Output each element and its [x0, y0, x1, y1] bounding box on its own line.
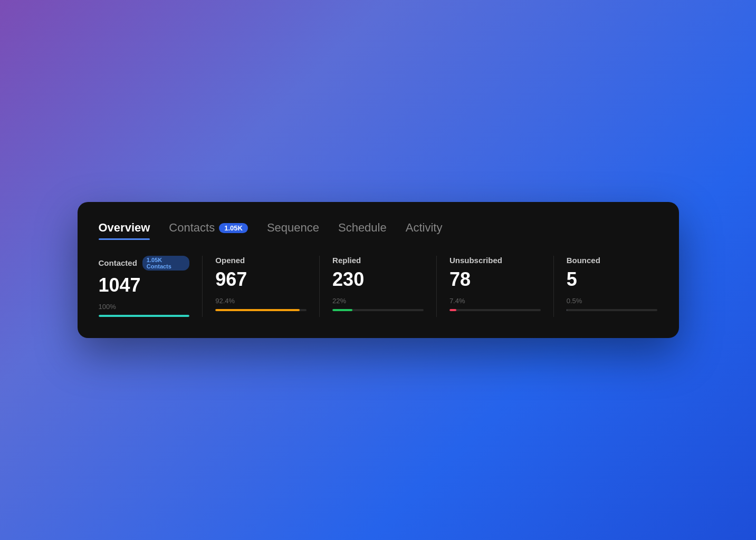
tab-nav: OverviewContacts1.05KSequenceScheduleAct… [99, 221, 658, 239]
progress-track-contacted [99, 315, 190, 317]
stat-label-row-opened: Opened [215, 256, 307, 265]
tab-schedule[interactable]: Schedule [338, 221, 387, 239]
tab-label-overview: Overview [99, 221, 150, 234]
tab-badge-contacts: 1.05K [219, 223, 248, 233]
stat-replied: Replied23022% [319, 256, 436, 317]
stat-label-text-replied: Replied [332, 256, 361, 265]
tab-sequence[interactable]: Sequence [267, 221, 319, 239]
tab-contacts[interactable]: Contacts1.05K [169, 221, 248, 239]
stat-value-opened: 967 [215, 269, 307, 290]
stat-label-row-bounced: Bounced [567, 256, 658, 265]
progress-fill-contacted [99, 315, 190, 317]
tab-activity[interactable]: Activity [406, 221, 443, 239]
stat-value-contacted: 1047 [99, 275, 190, 296]
stat-badge-contacted: 1.05K Contacts [142, 256, 189, 271]
progress-track-bounced [567, 309, 658, 311]
stat-label-text-unsubscribed: Unsubscribed [449, 256, 502, 265]
stat-percent-contacted: 100% [99, 303, 190, 311]
progress-track-unsubscribed [449, 309, 541, 311]
stat-label-row-unsubscribed: Unsubscribed [449, 256, 541, 265]
stat-percent-unsubscribed: 7.4% [449, 297, 541, 305]
tab-label-sequence: Sequence [267, 221, 319, 234]
stat-contacted: Contacted1.05K Contacts1047100% [99, 256, 203, 317]
main-card: OverviewContacts1.05KSequenceScheduleAct… [78, 202, 679, 339]
stat-label-row-contacted: Contacted1.05K Contacts [99, 256, 190, 271]
tab-label-activity: Activity [406, 221, 443, 234]
tab-overview[interactable]: Overview [99, 221, 150, 239]
stat-value-bounced: 5 [567, 269, 658, 290]
stat-value-replied: 230 [332, 269, 424, 290]
stat-label-text-opened: Opened [215, 256, 245, 265]
tab-label-contacts: Contacts [169, 221, 215, 234]
progress-fill-bounced [567, 309, 567, 311]
stats-row: Contacted1.05K Contacts1047100%Opened967… [99, 256, 658, 317]
progress-fill-opened [215, 309, 300, 311]
stat-percent-opened: 92.4% [215, 297, 307, 305]
stat-label-text-bounced: Bounced [567, 256, 600, 265]
stat-label-row-replied: Replied [332, 256, 424, 265]
stat-bounced: Bounced50.5% [553, 256, 658, 317]
stat-unsubscribed: Unsubscribed787.4% [436, 256, 553, 317]
stat-value-unsubscribed: 78 [449, 269, 541, 290]
stat-label-text-contacted: Contacted [99, 258, 137, 267]
stat-percent-replied: 22% [332, 297, 424, 305]
progress-fill-unsubscribed [449, 309, 456, 311]
progress-fill-replied [332, 309, 352, 311]
stat-percent-bounced: 0.5% [567, 297, 658, 305]
progress-track-replied [332, 309, 424, 311]
progress-track-opened [215, 309, 307, 311]
stat-opened: Opened96792.4% [202, 256, 319, 317]
tab-label-schedule: Schedule [338, 221, 387, 234]
